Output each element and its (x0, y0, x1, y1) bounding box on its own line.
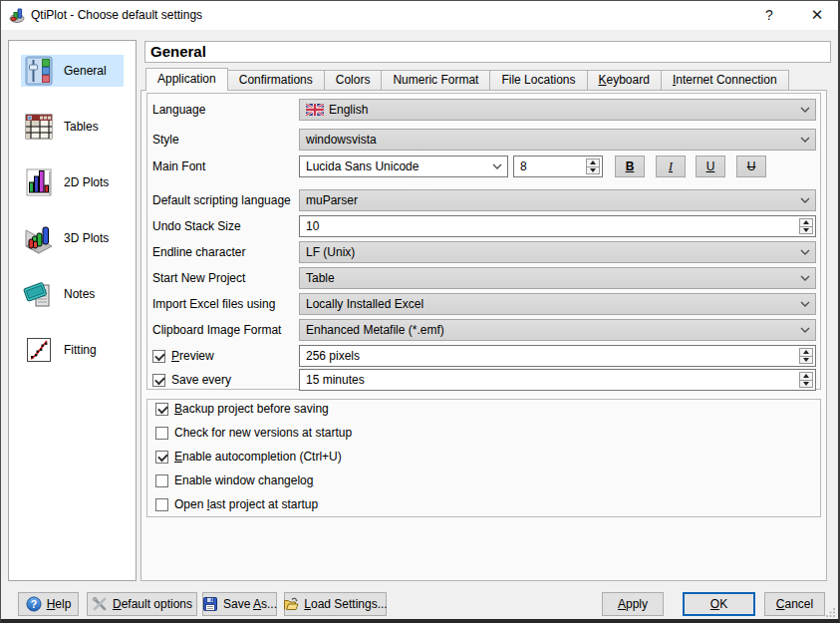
start-new-project-combobox[interactable]: Table (299, 267, 816, 289)
autocompletion-checkbox[interactable] (155, 451, 168, 464)
main-font-label: Main Font (152, 159, 299, 173)
undo-stack-size-value: 10 (306, 219, 319, 233)
svg-text:?: ? (30, 598, 36, 610)
spin-buttons[interactable] (799, 218, 813, 234)
open-last-checkbox[interactable] (155, 498, 168, 511)
open-folder-icon (283, 596, 299, 612)
scripting-language-combobox[interactable]: muParser (299, 189, 816, 211)
help-button[interactable]: ? Help (18, 592, 79, 616)
import-excel-label: Import Excel files using (152, 297, 299, 311)
dialog-window: QtiPlot - Choose default settings ? ✕ Ge… (0, 0, 840, 623)
2d-plots-icon (23, 166, 55, 198)
application-settings-frame: Language English Style (146, 93, 821, 390)
bold-button[interactable]: B (615, 156, 645, 177)
cancel-button[interactable]: Cancel (764, 592, 825, 616)
start-new-project-value: Table (306, 271, 335, 285)
tools-icon (92, 596, 108, 612)
import-excel-combobox[interactable]: Locally Installed Excel (299, 293, 816, 315)
scripting-language-label: Default scripting language (152, 193, 299, 207)
spin-buttons[interactable] (799, 372, 813, 388)
scripting-language-value: muParser (306, 193, 358, 207)
clipboard-format-combobox[interactable]: Enhanced Metafile (*.emf) (299, 319, 816, 341)
sidebar-item-general[interactable]: General (21, 55, 124, 87)
uk-flag-icon (306, 104, 324, 116)
endline-character-combobox[interactable]: LF (Unix) (299, 241, 816, 263)
sidebar-label: General (64, 64, 107, 78)
tables-icon (23, 111, 55, 143)
load-settings-button[interactable]: Load Settings... (284, 592, 387, 616)
autocompletion-label: Enable autocompletion (Ctrl+U) (174, 450, 342, 464)
backup-checkbox[interactable] (155, 403, 168, 416)
tab-file-locations[interactable]: File Locations (490, 70, 587, 91)
endline-character-value: LF (Unix) (306, 245, 355, 259)
resize-grip[interactable] (826, 607, 836, 617)
underline-button[interactable]: U (696, 156, 725, 177)
check-versions-label: Check for new versions at startup (174, 426, 352, 440)
save-as-button[interactable]: Save As... (202, 592, 277, 616)
backup-label: Backup project before saving (174, 402, 329, 416)
options-frame: Backup project before saving Check for n… (146, 399, 821, 517)
check-versions-checkbox[interactable] (155, 427, 168, 440)
font-size-spinbox[interactable]: 8 (513, 156, 603, 177)
sidebar-label: Tables (64, 120, 99, 134)
endline-character-label: Endline character (152, 245, 299, 259)
option-autocompletion: Enable autocompletion (Ctrl+U) (155, 449, 342, 465)
option-backup: Backup project before saving (155, 401, 329, 417)
chevron-down-icon (492, 163, 502, 169)
tab-bar: Application Confirmations Colors Numeric… (145, 68, 789, 91)
font-family-combobox[interactable]: Lucida Sans Unicode (299, 156, 508, 177)
tab-keyboard[interactable]: Keyboard (588, 70, 662, 91)
save-every-spinbox[interactable]: 15 minutes (299, 369, 816, 391)
chevron-down-icon (800, 275, 810, 281)
font-size-value: 8 (520, 159, 527, 173)
sidebar-label: 2D Plots (64, 175, 109, 189)
default-options-button[interactable]: Default options (87, 592, 197, 616)
undo-stack-size-spinbox[interactable]: 10 (299, 215, 816, 237)
tab-colors[interactable]: Colors (325, 70, 383, 91)
titlebar-help-button[interactable]: ? (754, 0, 784, 30)
sidebar-item-notes[interactable]: Notes (21, 278, 124, 310)
tab-numeric-format[interactable]: Numeric Format (382, 70, 490, 91)
save-every-label: Save every (171, 373, 231, 387)
italic-button[interactable]: I (656, 156, 686, 177)
fitting-icon (23, 334, 55, 366)
save-every-label-wrap: Save every (152, 373, 299, 387)
preview-checkbox[interactable] (152, 350, 165, 363)
help-icon: ? (26, 596, 42, 612)
language-combobox[interactable]: English (299, 99, 816, 121)
sidebar-item-tables[interactable]: Tables (21, 111, 124, 143)
chevron-down-icon (800, 327, 810, 333)
tab-confirmations[interactable]: Confirmations (228, 70, 325, 91)
style-label: Style (152, 133, 299, 147)
ok-button[interactable]: OK (683, 592, 755, 616)
preview-size-value: 256 pixels (306, 349, 360, 363)
strikethrough-button[interactable]: U (736, 156, 766, 177)
sidebar-item-fitting[interactable]: Fitting (21, 334, 124, 366)
option-changelog: Enable window changelog (155, 472, 313, 488)
sidebar-item-2d-plots[interactable]: 2D Plots (21, 166, 124, 198)
save-every-checkbox[interactable] (152, 374, 165, 387)
chevron-down-icon (800, 137, 810, 143)
spin-buttons[interactable] (799, 348, 813, 364)
sidebar-item-3d-plots[interactable]: 3D Plots (21, 222, 124, 254)
sidebar-label: Notes (64, 287, 95, 301)
option-open-last: Open last project at startup (155, 496, 318, 512)
apply-button[interactable]: Apply (602, 592, 664, 616)
style-value: windowsvista (306, 133, 377, 147)
import-excel-value: Locally Installed Excel (306, 297, 423, 311)
language-value: English (329, 103, 368, 117)
tab-internet-connection[interactable]: Internet Connection (662, 70, 789, 91)
sidebar-label: Fitting (64, 343, 97, 357)
changelog-checkbox[interactable] (155, 474, 168, 487)
chevron-down-icon (800, 107, 810, 113)
style-combobox[interactable]: windowsvista (299, 129, 816, 151)
preview-size-spinbox[interactable]: 256 pixels (299, 345, 816, 367)
chevron-down-icon (800, 249, 810, 255)
spin-buttons[interactable] (586, 158, 600, 174)
window-title: QtiPlot - Choose default settings (31, 0, 202, 30)
undo-stack-size-label: Undo Stack Size (152, 219, 299, 233)
clipboard-format-label: Clipboard Image Format (152, 323, 299, 337)
close-icon[interactable]: ✕ (801, 0, 833, 30)
tab-application[interactable]: Application (145, 68, 228, 91)
open-last-label: Open last project at startup (174, 497, 318, 511)
